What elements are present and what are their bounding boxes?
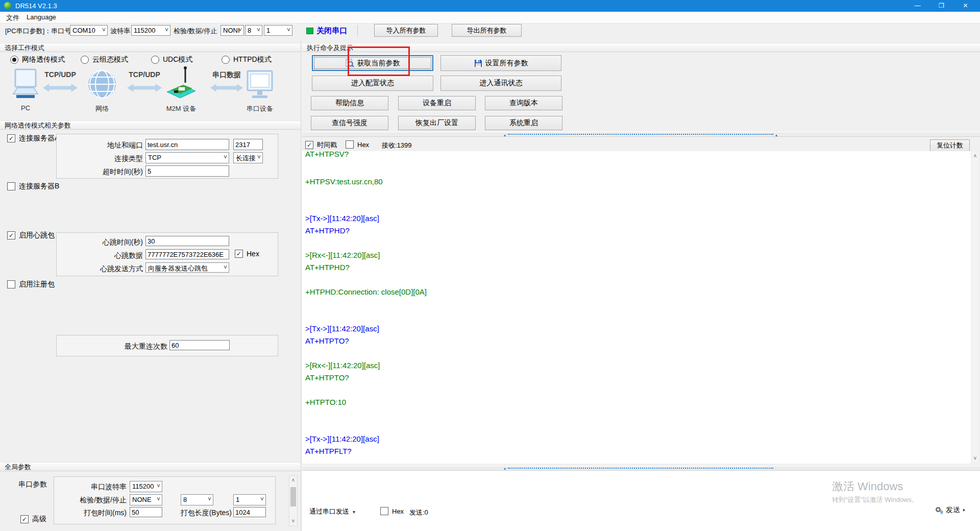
chevron-down-icon: ˅ bbox=[102, 27, 106, 34]
heartbeat-label: 启用心跳包 bbox=[19, 231, 55, 240]
mode-radio-cloud[interactable]: 云组态模式 bbox=[81, 55, 128, 64]
heartbeat-checkbox-row[interactable]: ✓ 启用心跳包 bbox=[7, 231, 55, 240]
advanced-label: 高级 bbox=[32, 515, 46, 524]
close-button[interactable]: ✕ bbox=[954, 0, 977, 12]
scroll-down-icon[interactable]: ˅ bbox=[289, 518, 297, 525]
receive-scrollbar[interactable]: ˄ ˅ bbox=[971, 151, 979, 464]
timeout-input[interactable] bbox=[145, 165, 229, 177]
scroll-up-icon[interactable]: ˄ bbox=[971, 153, 979, 160]
system-reboot-button[interactable]: 系统重启 bbox=[485, 116, 562, 130]
arrow-icon bbox=[42, 81, 79, 95]
send-icon bbox=[935, 506, 943, 514]
receive-splitter[interactable]: ▴ ▴ bbox=[302, 132, 980, 137]
app-icon bbox=[4, 2, 11, 9]
conn-type-label: 连接类型 bbox=[77, 154, 143, 163]
receive-hex-checkbox-row[interactable]: Hex bbox=[346, 140, 369, 149]
checkbox-unchecked-icon bbox=[346, 140, 354, 149]
parity-select[interactable]: NONI ˅ bbox=[220, 25, 244, 36]
hb-time-input[interactable] bbox=[145, 236, 229, 246]
hb-time-label: 心跳时间(秒) bbox=[77, 238, 143, 247]
baud-select[interactable]: 115200 ˅ bbox=[131, 25, 170, 36]
hb-hex-checkbox-row[interactable]: ✓ Hex bbox=[235, 250, 259, 258]
node-label-serial-device: 串口设备 bbox=[246, 104, 274, 113]
keep-alive-select[interactable]: 长连接 ˅ bbox=[233, 152, 263, 163]
receive-line: >[Tx->][11:42:20][asc] bbox=[305, 323, 971, 335]
server-b-label: 连接服务器B bbox=[19, 182, 59, 191]
register-label: 启用注册包 bbox=[19, 280, 55, 289]
minimize-button[interactable]: — bbox=[906, 0, 929, 12]
reset-count-button[interactable]: 复位计数 bbox=[930, 139, 970, 152]
hb-hex-label: Hex bbox=[247, 250, 259, 258]
export-all-params-button[interactable]: 导出所有参数 bbox=[452, 24, 522, 37]
mode-radio-httpd[interactable]: HTTPD模式 bbox=[222, 55, 272, 64]
query-signal-button[interactable]: 查信号强度 bbox=[311, 116, 388, 130]
mode-radio-net-passthrough[interactable]: 网络透传模式 bbox=[10, 55, 65, 64]
parity-label: 检验/数据/停止 bbox=[174, 27, 217, 36]
advanced-checkbox-row[interactable]: ✓ 高级 bbox=[20, 515, 46, 524]
timestamp-checkbox-row[interactable]: ✓ 时间戳 bbox=[305, 140, 337, 150]
menu-language[interactable]: Language bbox=[24, 13, 58, 21]
server-a-port-input[interactable] bbox=[233, 139, 263, 150]
receive-log-area[interactable]: AT+HTPSV? +HTPSV:test.usr.cn,80 >[Tx->][… bbox=[302, 151, 971, 464]
maximize-button[interactable]: ❐ bbox=[930, 0, 953, 12]
scroll-down-icon[interactable]: ˅ bbox=[971, 455, 979, 462]
enter-config-state-button[interactable]: 进入配置状态 bbox=[312, 76, 433, 91]
send-count: 发送:0 bbox=[409, 508, 428, 517]
chevron-down-icon: ˅ bbox=[157, 496, 160, 503]
receive-line: +HTPTO:10 bbox=[305, 396, 971, 408]
receive-line: >[Tx->][11:42:20][asc] bbox=[305, 212, 971, 225]
hb-mode-select[interactable]: 向服务器发送心跳包 ˅ bbox=[145, 262, 229, 273]
com-port-select[interactable]: COM10 ˅ bbox=[70, 25, 108, 36]
g-databits-select[interactable]: 8 ˅ bbox=[181, 494, 213, 505]
addr-port-label: 地址和端口 bbox=[77, 141, 143, 150]
pack-len-input[interactable] bbox=[233, 507, 266, 517]
g-parity-select[interactable]: NONE ˅ bbox=[130, 494, 162, 505]
global-params-scrollbar[interactable]: ˄ ˅ bbox=[289, 475, 298, 526]
query-version-button[interactable]: 查询版本 bbox=[485, 96, 562, 110]
title-bar[interactable]: DR514 V2.1.3 — ❐ ✕ bbox=[0, 0, 980, 12]
device-reboot-button[interactable]: 设备重启 bbox=[398, 96, 476, 110]
g-parity-label: 检验/数据/停止 bbox=[77, 496, 127, 505]
send-button[interactable]: 发送 ▾ bbox=[935, 505, 965, 515]
receive-line: +HTPSV:test.usr.cn,80 bbox=[305, 176, 971, 188]
hb-data-input[interactable] bbox=[145, 249, 229, 259]
scrollbar-thumb[interactable] bbox=[290, 487, 296, 506]
mode-radio-udc[interactable]: UDC模式 bbox=[151, 55, 192, 64]
databits-select[interactable]: 8 ˅ bbox=[245, 25, 262, 36]
register-checkbox-row[interactable]: 启用注册包 bbox=[7, 280, 55, 289]
stopbits-select[interactable]: 1 ˅ bbox=[264, 25, 292, 36]
g-baud-select[interactable]: 115200 ˅ bbox=[130, 481, 162, 492]
enter-comm-state-button[interactable]: 进入通讯状态 bbox=[440, 76, 561, 91]
checkbox-checked-icon: ✓ bbox=[235, 250, 243, 258]
menu-file[interactable]: 文件 bbox=[4, 13, 21, 22]
chevron-down-icon: ˅ bbox=[157, 482, 160, 490]
chevron-down-icon: ˅ bbox=[257, 27, 260, 34]
server-a-checkbox-row[interactable]: ✓ 连接服务器A bbox=[7, 134, 59, 143]
checkbox-checked-icon: ✓ bbox=[305, 141, 313, 149]
set-all-params-button[interactable]: 设置所有参数 bbox=[440, 55, 561, 71]
reconnect-input[interactable] bbox=[169, 340, 230, 350]
radio-icon bbox=[81, 56, 89, 64]
red-annotation-rectangle bbox=[348, 46, 410, 76]
factory-reset-button[interactable]: 恢复出厂设置 bbox=[398, 116, 476, 130]
checkbox-checked-icon: ✓ bbox=[7, 231, 15, 239]
toolbar-divider bbox=[357, 25, 358, 36]
server-b-checkbox-row[interactable]: 连接服务器B bbox=[7, 182, 59, 191]
conn-type-select[interactable]: TCP ˅ bbox=[145, 152, 229, 163]
pc-laptop-icon bbox=[11, 68, 40, 101]
server-a-label: 连接服务器A bbox=[19, 134, 59, 143]
close-port-button[interactable]: 关闭串口 bbox=[316, 26, 347, 36]
send-via-serial-dropdown[interactable]: 通过串口发送 ▾ bbox=[309, 507, 355, 516]
scroll-up-icon[interactable]: ˄ bbox=[289, 477, 297, 484]
server-a-address-input[interactable] bbox=[145, 139, 229, 150]
receive-line: >[Tx->][11:42:20][asc] bbox=[305, 433, 971, 445]
help-info-button[interactable]: 帮助信息 bbox=[311, 96, 388, 110]
pack-time-input[interactable] bbox=[130, 507, 162, 517]
receive-line: AT+HTPTO? bbox=[305, 335, 971, 347]
import-all-params-button[interactable]: 导入所有参数 bbox=[374, 24, 438, 37]
send-splitter[interactable]: ▾ bbox=[302, 466, 980, 471]
send-hex-checkbox-row[interactable]: Hex bbox=[380, 507, 404, 515]
g-stopbits-select[interactable]: 1 ˅ bbox=[233, 494, 266, 505]
checkbox-unchecked-icon bbox=[380, 507, 388, 515]
receive-line: +HTPHD:Connection: close[0D][0A] bbox=[305, 286, 971, 298]
